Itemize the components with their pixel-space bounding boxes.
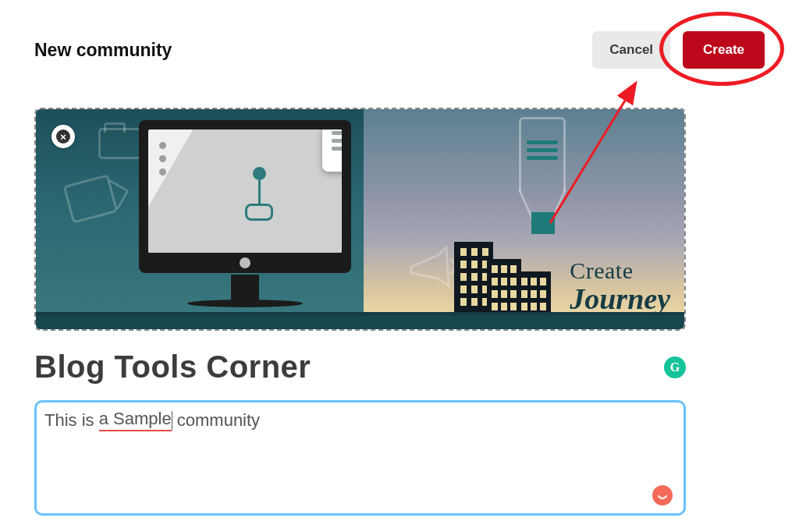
create-button[interactable]: Create: [683, 31, 765, 69]
banner-ground: [36, 315, 684, 329]
cancel-button[interactable]: Cancel: [592, 31, 670, 69]
close-icon: ×: [56, 129, 70, 144]
description-text: This is a Sample community: [44, 409, 260, 431]
banner-caption-line1: Create: [570, 257, 670, 284]
folder-outline-icon: [98, 128, 145, 159]
create-button-wrap: Create: [683, 31, 765, 69]
community-description-input[interactable]: This is a Sample community: [34, 400, 686, 516]
spellcheck-underline: a Sample: [99, 409, 172, 431]
remove-cover-button[interactable]: ×: [51, 125, 75, 148]
grammarly-status-icon[interactable]: [652, 485, 673, 505]
paper-popup-icon: [322, 129, 342, 172]
header-bar: New community Cancel Create: [34, 31, 765, 69]
page-title: New community: [34, 40, 172, 61]
cover-image-area[interactable]: Create Journey ×: [34, 108, 686, 331]
buildings-illustration: [454, 222, 556, 315]
community-name-input[interactable]: Blog Tools Corner: [34, 349, 311, 385]
monitor-illustration: [139, 120, 351, 312]
banner-caption-line2: Journey: [570, 284, 670, 314]
header-buttons: Cancel Create: [592, 31, 765, 69]
banner-caption: Create Journey: [570, 257, 670, 314]
grammarly-icon[interactable]: G: [664, 356, 686, 378]
